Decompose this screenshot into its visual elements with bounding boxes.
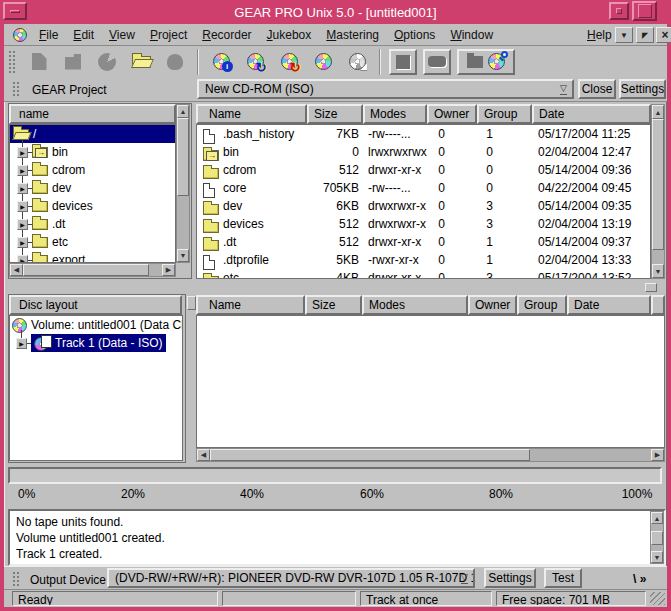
expander-icon[interactable]: ▶ (17, 183, 28, 194)
tree-item-bin[interactable]: ▶bin (10, 143, 175, 161)
disc-copy-blue-button[interactable]: ↻ (241, 49, 269, 75)
column-header-size[interactable]: Size (307, 104, 363, 124)
file-row--dtprofile[interactable]: .dtprofile5KB-rwxr-xr-x0102/04/2004 13:3… (197, 251, 650, 269)
expander-icon[interactable]: ▶ (17, 219, 28, 230)
menu-help[interactable]: Help (587, 28, 612, 42)
file-list-vertical-scrollbar[interactable]: ▲ ▼ (651, 104, 665, 279)
tree-item-etc[interactable]: ▶etc (10, 233, 175, 251)
window-menu-button[interactable] (3, 2, 27, 20)
device-settings-button[interactable]: Settings (484, 568, 536, 588)
file-row-core[interactable]: core705KB-rw----...0004/22/2004 09:45 (197, 179, 650, 197)
column-header-size[interactable]: Size (305, 295, 362, 315)
file-row-bin[interactable]: bin0lrwxrwxrwx0002/04/2004 12:47 (197, 143, 650, 161)
close-button[interactable]: Close (578, 79, 616, 99)
horizontal-splitter-handle[interactable] (645, 283, 657, 292)
tree-item-root[interactable]: / (10, 125, 175, 143)
device-test-button[interactable]: Test (544, 568, 582, 588)
project-type-combo[interactable]: New CD-ROM (ISO) ▽ (197, 79, 574, 99)
source-file-list[interactable]: .bash_history7KB-rw----...0105/17/2004 1… (196, 124, 651, 279)
source-tree[interactable]: /▶bin▶cdrom▶dev▶devices▶.dt▶etc▶export (9, 124, 176, 263)
open-folder-button[interactable] (127, 49, 155, 75)
menu-recorder[interactable]: Recorder (202, 28, 251, 42)
expander-icon[interactable]: ▶ (17, 255, 28, 264)
disc-layout-header[interactable]: Disc layout (9, 295, 182, 315)
column-header-group[interactable]: Group (477, 104, 532, 124)
output-bar-drag-handle[interactable] (12, 571, 21, 587)
menu-edit[interactable]: Edit (73, 28, 94, 42)
scroll-up-icon[interactable]: ▲ (652, 105, 664, 119)
menu-file[interactable]: File (39, 28, 58, 42)
write-stamp-button[interactable] (161, 49, 189, 75)
scroll-up-icon[interactable]: ▲ (177, 105, 189, 118)
combo-dropdown-icon[interactable]: ▽ (461, 572, 468, 584)
rounded-preview-button[interactable] (423, 49, 451, 75)
file-row-dev[interactable]: dev6KBdrwxrwxr-x0305/14/2004 09:35 (197, 197, 650, 215)
scroll-up-icon[interactable]: ▲ (651, 512, 663, 524)
log-vertical-scrollbar[interactable]: ▲ ▼ (650, 511, 664, 564)
column-header-date[interactable]: Date (532, 104, 651, 124)
expander-icon[interactable]: ▶ (17, 237, 28, 248)
expander-icon[interactable]: ▶ (17, 147, 28, 158)
folder-view-button[interactable] (457, 49, 515, 75)
track-selection[interactable]: Track 1 (Data - ISO) (31, 334, 166, 352)
mdi-restore-button[interactable]: ◤ (636, 27, 654, 43)
menu-window[interactable]: Window (450, 28, 493, 42)
title-bar[interactable]: GEAR PRO Unix 5.0 - [untitled001] (4, 2, 667, 24)
output-device-combo[interactable]: (DVD-RW/+RW/+R): PIONEER DVD-RW DVR-107D… (107, 568, 475, 588)
column-header-name[interactable]: Name (196, 295, 305, 315)
file-row-devices[interactable]: devices512drwxrwxr-x0302/04/2004 13:19 (197, 215, 650, 233)
menu-view[interactable]: View (109, 28, 135, 42)
tree-item-cdrom[interactable]: ▶cdrom (10, 161, 175, 179)
tree-item-export[interactable]: ▶export (10, 251, 175, 263)
column-header-date[interactable]: Date (567, 295, 651, 315)
file-row-etc[interactable]: etc4KBdrwxr-xr-x0305/17/2004 13:52 (197, 269, 650, 279)
scrollbar-thumb[interactable] (651, 531, 663, 545)
track-row[interactable]: ▶ Track 1 (Data - ISO) (10, 334, 182, 352)
column-header-name[interactable]: Name (196, 104, 307, 124)
disc-copy-red-button[interactable]: ↻ (275, 49, 303, 75)
column-header-modes[interactable]: Modes (362, 295, 468, 315)
scrollbar-thumb[interactable] (23, 264, 149, 276)
toolbar-drag-handle[interactable] (8, 50, 17, 74)
tree-item--dt[interactable]: ▶.dt (10, 215, 175, 233)
file-row--dt[interactable]: .dt512drwxr-xr-x0105/14/2004 09:37 (197, 233, 650, 251)
disc-file-list[interactable] (196, 315, 665, 448)
expander-icon[interactable]: ▶ (17, 201, 28, 212)
scroll-left-icon[interactable]: ◀ (10, 264, 23, 276)
file-row-cdrom[interactable]: cdrom512drwxr-xr-x0005/14/2004 09:36 (197, 161, 650, 179)
scroll-right-icon[interactable]: ▶ (162, 264, 175, 276)
tree-item-dev[interactable]: ▶dev (10, 179, 175, 197)
menu-jukebox[interactable]: Jukebox (267, 28, 312, 42)
square-preview-button[interactable] (389, 49, 417, 75)
scroll-down-icon[interactable]: ▼ (652, 264, 664, 278)
column-header-owner[interactable]: Owner (427, 104, 477, 124)
tree-item-devices[interactable]: ▶devices (10, 197, 175, 215)
expander-icon[interactable]: ▶ (16, 338, 27, 349)
menu-mastering[interactable]: Mastering (326, 28, 379, 42)
resize-grip-icon[interactable] (650, 592, 665, 605)
toolbar-overflow-chevron[interactable]: \ » (633, 572, 646, 586)
project-settings-button[interactable]: Settings (619, 79, 666, 99)
disc-layout-tree[interactable]: Volume: untitled001 (Data CD ▶ Track 1 (… (9, 315, 183, 461)
disc-pie-button[interactable] (93, 49, 121, 75)
mdi-minimize-button[interactable]: ▼ (615, 27, 633, 43)
volume-row[interactable]: Volume: untitled001 (Data CD (10, 316, 182, 334)
scrollbar-thumb[interactable] (210, 449, 530, 461)
scrollbar-thumb[interactable] (652, 119, 664, 250)
menu-options[interactable]: Options (394, 28, 435, 42)
disc-list-horizontal-scrollbar[interactable]: ◀ ▶ (196, 448, 665, 462)
scrollbar-thumb[interactable] (177, 118, 189, 196)
source-tree-horizontal-scrollbar[interactable]: ◀ ▶ (9, 263, 176, 277)
new-document-button[interactable] (25, 49, 53, 75)
combo-dropdown-icon[interactable]: ▽ (560, 83, 567, 95)
project-bar-drag-handle[interactable] (12, 81, 21, 97)
scroll-right-icon[interactable]: ▶ (651, 449, 664, 461)
disc-info-button[interactable]: i (207, 49, 235, 75)
scroll-left-icon[interactable]: ◀ (197, 449, 210, 461)
column-header-modes[interactable]: Modes (363, 104, 427, 124)
maximize-button[interactable] (632, 1, 657, 21)
vertical-splitter-handle[interactable] (187, 296, 196, 310)
mdi-close-button[interactable]: × (656, 27, 671, 43)
disc-rainbow-button[interactable] (309, 49, 337, 75)
scroll-down-icon[interactable]: ▼ (651, 551, 663, 563)
